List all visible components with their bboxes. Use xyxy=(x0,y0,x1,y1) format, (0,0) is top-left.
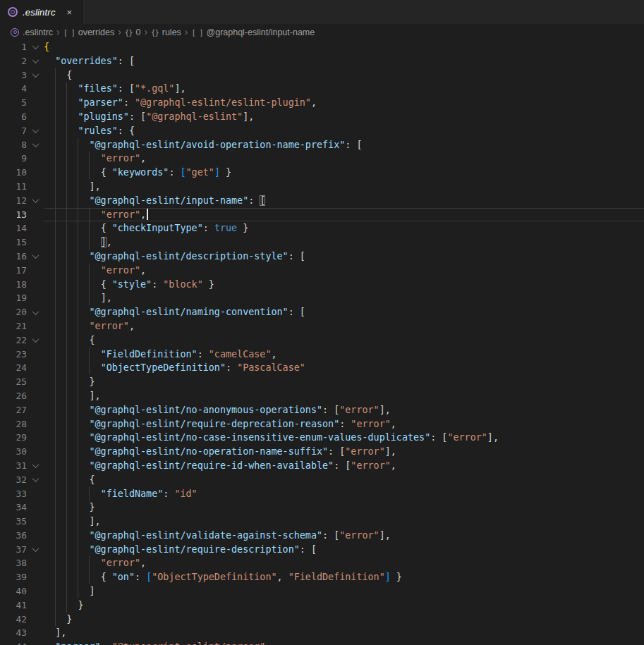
fold-spacer xyxy=(27,584,44,598)
fold-spacer xyxy=(27,166,44,180)
code-line[interactable]: 33 "fieldName": "id" xyxy=(0,487,644,501)
code-token: : xyxy=(288,307,300,317)
code-line[interactable]: 14 { "checkInputType": true } xyxy=(0,221,644,235)
fold-spacer xyxy=(27,403,44,417)
code-token: ], xyxy=(90,181,101,192)
code-token: } xyxy=(391,572,402,582)
code-line[interactable]: 2 "overrides": [ xyxy=(0,54,644,68)
fold-spacer xyxy=(27,361,44,375)
code-token: "@graphql-eslint/validate-against-schema… xyxy=(90,530,323,541)
fold-chevron-icon[interactable] xyxy=(27,250,44,264)
code-editor[interactable]: 1{2 "overrides": [3 {4 "files": ["*.gql"… xyxy=(0,40,644,645)
code-text: "@graphql-eslint/validate-against-schema… xyxy=(44,529,644,543)
line-number: 2 xyxy=(0,54,27,68)
code-line[interactable]: 10 { "keywords": ["get"] } xyxy=(0,166,644,180)
fold-chevron-icon[interactable] xyxy=(27,54,44,68)
code-token: "checkInputType" xyxy=(112,223,203,233)
code-token: "plugins" xyxy=(78,111,129,122)
fold-chevron-icon[interactable] xyxy=(27,473,44,487)
breadcrumb-item-overrides[interactable]: [ ]overrides xyxy=(63,27,114,37)
code-line[interactable]: 21 "error", xyxy=(0,319,644,333)
code-line[interactable]: 9 "error", xyxy=(0,152,644,166)
code-token: : xyxy=(288,251,300,262)
code-line[interactable]: 31 "@graphql-eslint/require-id-when-avai… xyxy=(0,459,644,473)
code-line[interactable]: 16 "@graphql-eslint/description-style": … xyxy=(0,250,644,264)
code-line[interactable]: 5 "parser": "@graphql-eslint/eslint-plug… xyxy=(0,96,644,110)
code-line[interactable]: 42 } xyxy=(0,613,644,627)
code-line[interactable]: 24 "ObjectTypeDefinition": "PascalCase" xyxy=(0,361,644,375)
code-line[interactable]: 27 "@graphql-eslint/no-anonymous-operati… xyxy=(0,403,644,417)
code-token: [ xyxy=(129,56,135,66)
code-line[interactable]: 25 } xyxy=(0,375,644,389)
code-line[interactable]: 3 { xyxy=(0,68,644,82)
code-line[interactable]: 11 ], xyxy=(0,180,644,194)
code-line[interactable]: 20 "@graphql-eslint/naming-convention": … xyxy=(0,305,644,319)
fold-spacer xyxy=(27,389,44,403)
code-line[interactable]: 30 "@graphql-eslint/no-operation-name-su… xyxy=(0,445,644,459)
fold-chevron-icon[interactable] xyxy=(27,138,44,152)
fold-chevron-icon[interactable] xyxy=(27,305,44,319)
code-token: { xyxy=(129,125,135,136)
line-number: 15 xyxy=(0,235,27,250)
code-line[interactable]: 15 ], xyxy=(0,235,644,250)
breadcrumb-item-eslintrc[interactable]: .eslintrc xyxy=(11,27,53,37)
fold-chevron-icon[interactable] xyxy=(27,68,44,82)
breadcrumb-item-graphql-eslint-input-name[interactable]: [ ]@graphql-eslint/input-name xyxy=(192,27,315,37)
tab-eslintrc[interactable]: .eslintrc × xyxy=(0,0,83,24)
code-text: "error", xyxy=(44,319,644,333)
code-line[interactable]: 39 { "on": ["ObjectTypeDefinition", "Fie… xyxy=(0,570,644,584)
code-token: "error" xyxy=(351,419,390,429)
code-line[interactable]: 19 ], xyxy=(0,291,644,305)
code-token: ], xyxy=(243,111,254,122)
code-line[interactable]: 34 } xyxy=(0,500,644,515)
code-token: } xyxy=(220,167,231,178)
code-line[interactable]: 6 "plugins": ["@graphql-eslint"], xyxy=(0,110,644,124)
code-line[interactable]: 29 "@graphql-eslint/no-case-insensitive-… xyxy=(0,431,644,445)
code-text: "parser": "@typescript-eslint/parser" xyxy=(44,640,644,645)
line-number: 36 xyxy=(0,529,27,543)
line-number: 33 xyxy=(0,487,27,501)
code-token: "error" xyxy=(101,265,140,276)
code-line[interactable]: 12 "@graphql-eslint/input-name": [ xyxy=(0,194,644,208)
code-line[interactable]: 18 { "style": "block" } xyxy=(0,278,644,292)
fold-chevron-icon[interactable] xyxy=(27,40,44,54)
code-line[interactable]: 13 "error", xyxy=(0,208,644,222)
code-line[interactable]: 17 "error", xyxy=(0,264,644,278)
code-line[interactable]: 37 "@graphql-eslint/require-description"… xyxy=(0,543,644,557)
breadcrumb-item-rules[interactable]: {}rules xyxy=(151,27,181,37)
code-line[interactable]: 35 ], xyxy=(0,515,644,529)
breadcrumb-label: .eslintrc xyxy=(23,27,53,37)
fold-chevron-icon[interactable] xyxy=(27,459,44,473)
code-line[interactable]: 36 "@graphql-eslint/validate-against-sch… xyxy=(0,529,644,543)
code-line[interactable]: 23 "FieldDefinition": "camelCase", xyxy=(0,348,644,362)
close-icon[interactable]: × xyxy=(67,8,73,17)
code-line[interactable]: 26 ], xyxy=(0,389,644,403)
breadcrumb-label: 0 xyxy=(135,27,140,37)
breadcrumb-item-0[interactable]: {}0 xyxy=(125,27,141,37)
code-token: ], xyxy=(174,83,186,94)
line-number: 18 xyxy=(0,278,27,292)
code-line[interactable]: 4 "files": ["*.gql"], xyxy=(0,82,644,96)
line-number: 4 xyxy=(0,82,27,96)
code-line[interactable]: 1{ xyxy=(0,40,644,54)
code-line[interactable]: 38 "error", xyxy=(0,556,644,570)
code-line[interactable]: 22 { xyxy=(0,333,644,348)
code-token: { xyxy=(101,223,112,233)
fold-chevron-icon[interactable] xyxy=(27,124,44,138)
code-line[interactable]: 28 "@graphql-eslint/require-deprecation-… xyxy=(0,417,644,431)
code-line[interactable]: 32 { xyxy=(0,473,644,487)
code-line[interactable]: 40 ] xyxy=(0,584,644,598)
line-number: 28 xyxy=(0,417,27,431)
code-line[interactable]: 43 ], xyxy=(0,626,644,640)
code-token: : xyxy=(118,125,129,136)
code-token: : xyxy=(430,432,442,443)
code-line[interactable]: 44 "parser": "@typescript-eslint/parser" xyxy=(0,640,644,645)
text-cursor xyxy=(147,209,148,220)
code-line[interactable]: 7 "rules": { xyxy=(0,124,644,138)
fold-chevron-icon[interactable] xyxy=(27,333,44,348)
fold-chevron-icon[interactable] xyxy=(27,543,44,557)
fold-chevron-icon[interactable] xyxy=(27,194,44,208)
code-line[interactable]: 8 "@graphql-eslint/avoid-operation-name-… xyxy=(0,138,644,152)
code-line[interactable]: 41 } xyxy=(0,598,644,613)
code-token: "rules" xyxy=(78,125,117,136)
